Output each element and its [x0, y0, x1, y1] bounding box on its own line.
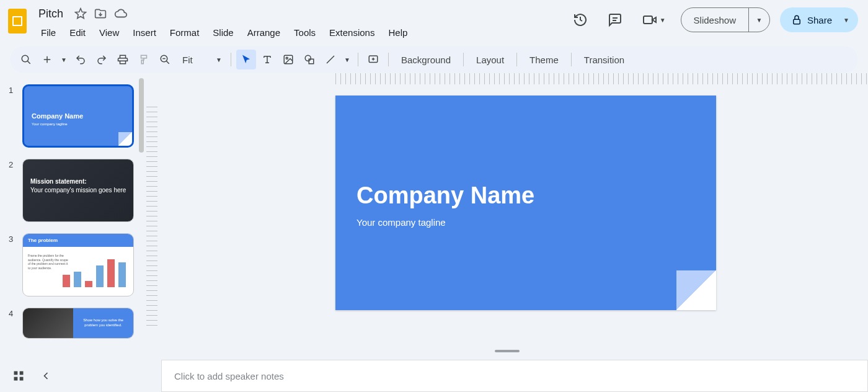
toolbar: ▼ Fit ▼ ▼ Background Layout Theme: [10, 46, 858, 73]
transition-button[interactable]: Transition: [577, 50, 632, 69]
document-title[interactable]: Pitch: [35, 6, 67, 22]
menu-view[interactable]: View: [93, 25, 125, 40]
filmstrip-footer: [0, 360, 146, 392]
menu-arrange[interactable]: Arrange: [241, 25, 286, 40]
chevron-down-icon: ▼: [660, 17, 666, 24]
slide-subtitle[interactable]: Your company tagline: [356, 217, 446, 228]
filmstrip: 1 Company Name Your company tagline 2 Mi…: [0, 73, 146, 360]
menu-edit[interactable]: Edit: [63, 25, 92, 40]
line-tool-dropdown[interactable]: ▼: [342, 50, 353, 69]
share-dropdown[interactable]: ▼: [837, 7, 856, 32]
chevron-down-icon: ▼: [344, 56, 350, 63]
separator: [358, 53, 358, 66]
svg-point-18: [305, 55, 311, 61]
theme-button[interactable]: Theme: [522, 50, 566, 69]
svg-line-14: [166, 61, 169, 64]
menu-extensions[interactable]: Extensions: [323, 25, 381, 40]
menu-insert[interactable]: Insert: [126, 25, 162, 40]
comment-insert-button[interactable]: [363, 50, 383, 69]
menu-tools[interactable]: Tools: [288, 25, 322, 40]
ruler-vertical: [146, 84, 157, 360]
history-icon[interactable]: [568, 7, 593, 32]
zoom-value: Fit: [182, 55, 193, 65]
current-slide[interactable]: Company Name Your company tagline: [335, 96, 716, 310]
comments-icon[interactable]: [603, 7, 627, 32]
print-button[interactable]: [113, 50, 133, 69]
svg-point-7: [22, 55, 29, 62]
new-slide-dropdown[interactable]: ▼: [58, 50, 69, 69]
zoom-select[interactable]: Fit ▼: [176, 55, 226, 65]
new-slide-button[interactable]: [37, 50, 57, 69]
slides-logo[interactable]: [5, 6, 30, 36]
separator: [463, 53, 464, 66]
search-menus-button[interactable]: [16, 50, 36, 69]
chevron-down-icon: ▼: [843, 17, 849, 24]
redo-button[interactable]: [92, 50, 112, 69]
notes-resize-handle[interactable]: [495, 350, 520, 352]
svg-rect-19: [309, 59, 314, 64]
menu-format[interactable]: Format: [164, 25, 206, 40]
svg-rect-24: [14, 372, 18, 375]
slide-thumbnail-3[interactable]: The problem Frame the problem for the au…: [22, 233, 134, 296]
share-button[interactable]: Share: [791, 14, 832, 25]
slide-thumbnail-1[interactable]: Company Name Your company tagline: [22, 84, 134, 148]
cloud-status-icon[interactable]: [114, 7, 128, 20]
layout-button[interactable]: Layout: [469, 50, 512, 69]
canvas[interactable]: Company Name Your company tagline: [146, 73, 868, 360]
slideshow-button-group: Slideshow ▼: [681, 7, 770, 32]
select-tool[interactable]: [236, 50, 256, 69]
menu-help[interactable]: Help: [382, 25, 414, 40]
fold-icon: [676, 270, 716, 310]
slide-number: 3: [9, 233, 16, 244]
svg-rect-5: [644, 16, 652, 24]
chevron-down-icon: ▼: [756, 17, 763, 24]
slideshow-dropdown[interactable]: ▼: [748, 8, 769, 32]
paint-format-button[interactable]: [134, 50, 154, 69]
menu-bar: File Edit View Insert Format Slide Arran…: [35, 25, 414, 40]
grid-view-icon[interactable]: [12, 370, 25, 382]
svg-line-8: [27, 61, 30, 64]
share-button-group: Share ▼: [780, 7, 858, 32]
meet-present-button[interactable]: ▼: [637, 9, 671, 31]
svg-rect-2: [14, 17, 21, 25]
title-bar: Pitch File Edit View Insert Format Slide…: [0, 0, 868, 45]
menu-file[interactable]: File: [35, 25, 62, 40]
zoom-out-icon[interactable]: [155, 50, 175, 69]
share-label: Share: [807, 15, 832, 25]
image-tool[interactable]: [278, 50, 298, 69]
separator: [388, 53, 389, 66]
shape-tool[interactable]: [299, 50, 319, 69]
collapse-filmstrip-icon[interactable]: [40, 370, 52, 382]
thumb2-line1: Mission statement:: [30, 178, 87, 185]
svg-rect-6: [794, 19, 800, 24]
undo-button[interactable]: [71, 50, 91, 69]
svg-rect-27: [20, 377, 24, 381]
lock-icon: [791, 14, 802, 25]
slide-title[interactable]: Company Name: [356, 182, 534, 209]
separator: [571, 53, 572, 66]
thumb1-subtitle: Your company tagline: [32, 122, 67, 126]
slide-thumbnail-4[interactable]: Show how you solve the problem you ident…: [22, 308, 134, 339]
thumb2-line2: Your company's mission goes here: [30, 187, 126, 194]
speaker-notes[interactable]: Click to add speaker notes: [161, 360, 868, 392]
thumb4-text: Show how you solve the problem you ident…: [78, 318, 128, 328]
ruler-horizontal: [146, 73, 868, 84]
line-tool[interactable]: [321, 50, 340, 69]
svg-rect-11: [120, 55, 126, 58]
menu-slide[interactable]: Slide: [206, 25, 239, 40]
background-button[interactable]: Background: [394, 50, 458, 69]
svg-point-17: [286, 57, 288, 59]
svg-rect-25: [20, 372, 24, 375]
chevron-down-icon: ▼: [216, 56, 222, 63]
slideshow-button[interactable]: Slideshow: [681, 8, 748, 32]
textbox-tool[interactable]: [257, 50, 277, 69]
slide-number: 4: [9, 308, 16, 318]
move-folder-icon[interactable]: [94, 7, 107, 20]
separator: [516, 53, 517, 66]
star-icon[interactable]: [74, 7, 87, 20]
separator: [231, 53, 231, 66]
slide-thumbnail-2[interactable]: Mission statement: Your company's missio…: [22, 159, 134, 222]
svg-rect-26: [14, 377, 18, 381]
filmstrip-scrollbar[interactable]: [139, 78, 144, 153]
svg-line-20: [327, 56, 334, 63]
